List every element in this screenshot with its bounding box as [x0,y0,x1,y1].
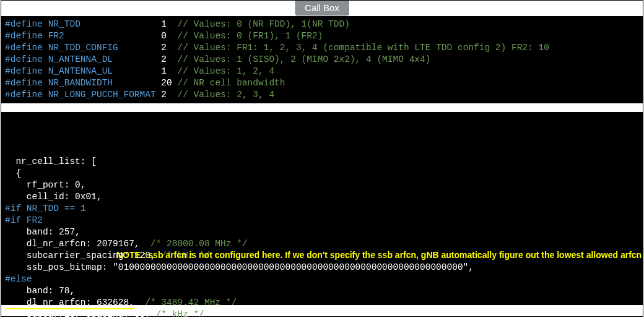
code-line: #else [5,273,639,285]
define-line: #define NR_LONG_PUCCH_FORMAT 2 // Values… [5,89,639,101]
code-line: nr_cell_list: [ [5,156,639,168]
code-line: #if FR2 [5,215,639,226]
callbox-button[interactable]: Call Box [295,1,349,15]
code-line: ssb_pos_bitmap: "01000000000000000000000… [5,262,639,273]
code-line: subcarrier_spacing: 30, /* kHz */ [5,309,639,317]
code-line: dl_nr_arfcn: 2079167, /* 28000.08 MHz */ [5,238,639,250]
define-line: #define N_ANTENNA_UL 1 // Values: 1, 2, … [5,66,639,77]
code-line: #if NR_TDD == 1 [5,203,639,215]
top-bar: Call Box [1,1,643,16]
define-line: #define NR_BANDWIDTH 20 // NR cell bandw… [5,77,639,89]
code-line: { [5,168,639,179]
define-line: #define N_ANTENNA_DL 2 // Values: 1 (SIS… [5,54,639,66]
highlighted-arfcn: dl_nr_arfcn: 632628, [5,298,134,309]
define-line: #define NR_TDD_CONFIG 2 // Values: FR1: … [5,42,639,54]
code-line: rf_port: 0, [5,179,639,191]
code-line: cell_id: 0x01, [5,191,639,203]
container: Call Box #define NR_TDD 1 // Values: 0 (… [1,0,643,317]
code-line: band: 257, [5,226,639,238]
define-line: #define NR_TDD 1 // Values: 0 (NR FDD), … [5,19,639,30]
note-annotation: NOTE : ssb arfcn is not configured here.… [116,250,630,260]
defines-block: #define NR_TDD 1 // Values: 0 (NR FDD), … [1,16,643,103]
config-block: NOTE : ssb arfcn is not configured here.… [1,112,643,305]
define-line: #define FR2 0 // Values: 0 (FR1), 1 (FR2… [5,30,639,42]
code-line: band: 78, [5,285,639,297]
code-line: dl_nr_arfcn: 632628, /* 3489.42 MHz */ [5,297,639,309]
separator [1,103,643,112]
